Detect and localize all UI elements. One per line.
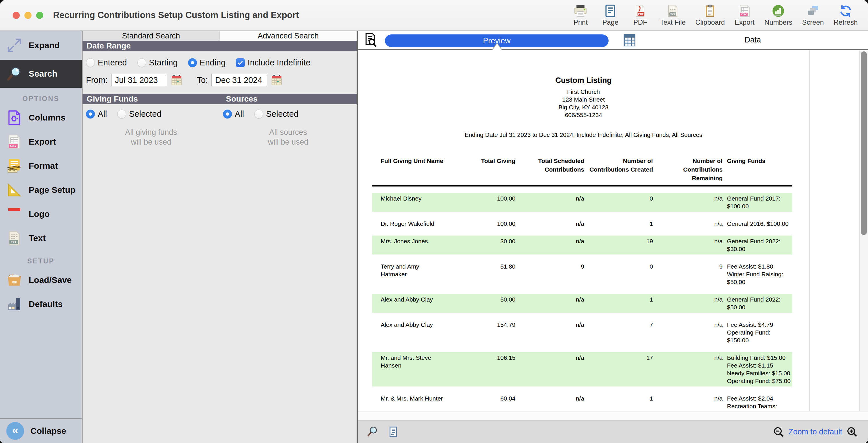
- window-title: Recurring Contributions Setup Custom Lis…: [53, 10, 299, 20]
- preview-scroll-area: Custom Listing First Church123 Main Stre…: [358, 50, 868, 411]
- sidebar-item-text[interactable]: TXTText: [0, 226, 82, 250]
- table-row: Michael Disney100.00n/a0n/aGeneral Fund …: [372, 193, 792, 212]
- sidebar-options-list: ColumnsCSVExportFormatPage SetupLogoTXTT…: [0, 106, 82, 250]
- report-table-rows: Michael Disney100.00n/a0n/aGeneral Fund …: [372, 193, 792, 411]
- radio-button-icon[interactable]: [223, 110, 232, 118]
- pdf-icon: PDF: [633, 4, 647, 18]
- calendar-icon[interactable]: [271, 74, 283, 86]
- sidebar-item-logo[interactable]: Logo: [0, 202, 82, 226]
- to-label: To:: [197, 76, 208, 85]
- close-window-icon[interactable]: [12, 12, 20, 19]
- scrollbar-thumb[interactable]: [861, 51, 867, 235]
- sidebar-item-expand[interactable]: Expand: [0, 31, 82, 60]
- sidebar: Expand Search OPTIONS ColumnsCSVExportFo…: [0, 31, 83, 443]
- toolbar-item-text-file[interactable]: TXTText File: [660, 4, 685, 26]
- svg-text:TXT: TXT: [671, 13, 675, 16]
- to-date-field[interactable]: Dec 31 2024: [211, 74, 267, 86]
- date-range-radio-starting[interactable]: Starting: [137, 58, 178, 67]
- sidebar-item-page-setup[interactable]: Page Setup: [0, 178, 82, 202]
- list-view-icon[interactable]: [387, 426, 399, 438]
- toolbar-item-refresh[interactable]: Refresh: [834, 4, 858, 26]
- toolbar-item-pdf[interactable]: PDFPDF: [630, 4, 650, 26]
- sources-note: All sourceswill be used: [220, 127, 356, 147]
- zoom-out-icon[interactable]: [773, 426, 784, 438]
- csv-export-icon: CSV: [6, 134, 22, 150]
- toolbar-item-clipboard[interactable]: Clipboard: [695, 4, 725, 26]
- radio-label: Selected: [129, 109, 161, 119]
- sidebar-item-defaults[interactable]: Defaults: [0, 292, 82, 316]
- sidebar-item-search[interactable]: Search: [0, 60, 82, 88]
- checkbox-icon[interactable]: [236, 58, 245, 67]
- toolbar-item-export[interactable]: CSVExport: [735, 4, 755, 26]
- zoom-in-icon[interactable]: [846, 426, 858, 438]
- sources-radio-all[interactable]: All: [223, 109, 244, 119]
- zoom-to-default-button[interactable]: Zoom to default: [788, 427, 842, 436]
- radio-button-icon[interactable]: [137, 58, 146, 67]
- sidebar-item-format[interactable]: Format: [0, 154, 82, 178]
- toolbar-item-label: Screen: [802, 18, 824, 26]
- radio-button-icon[interactable]: [117, 110, 126, 118]
- calendar-icon[interactable]: [170, 74, 183, 86]
- giving-funds-header: Giving Funds: [87, 94, 138, 104]
- tab-advanced-search[interactable]: Advanced Search: [220, 31, 357, 41]
- magnifier-tool-icon[interactable]: [367, 426, 379, 438]
- sidebar-item-label: Columns: [29, 113, 65, 122]
- radio-button-icon[interactable]: [86, 110, 95, 118]
- radio-button-icon[interactable]: [188, 58, 197, 67]
- sidebar-item-columns[interactable]: Columns: [0, 106, 82, 130]
- from-date-field[interactable]: Jul 31 2023: [111, 74, 167, 86]
- toolbar-item-label: Print: [574, 18, 588, 26]
- factory-icon: [6, 296, 22, 312]
- include-indefinite-checkbox[interactable]: Include Indefinite: [236, 58, 310, 67]
- toolbar-item-numbers[interactable]: Numbers: [765, 4, 792, 26]
- toolbar-item-page[interactable]: Page: [600, 4, 620, 26]
- report-org-address: First Church123 Main StreetBig City, KY …: [358, 88, 809, 119]
- giving-funds-radio-selected[interactable]: Selected: [117, 109, 161, 119]
- table-row: Mr. and Mrs. Steve Hansen106.15n/a17n/aB…: [372, 352, 792, 386]
- sources-radio-selected[interactable]: Selected: [254, 109, 299, 119]
- toolbar-item-label: Numbers: [765, 18, 792, 26]
- csv-export-icon: CSV: [738, 4, 752, 18]
- screen-icon: [806, 4, 820, 18]
- traffic-lights: [12, 12, 43, 19]
- minimize-window-icon[interactable]: [24, 12, 32, 19]
- expand-arrows-icon: [6, 37, 22, 53]
- zoom-controls: Zoom to default: [773, 426, 858, 438]
- date-range-radio-entered[interactable]: Entered: [86, 58, 127, 67]
- date-range-radio-group: EnteredStartingEnding: [86, 58, 232, 67]
- sidebar-item-label: Defaults: [29, 299, 62, 309]
- radio-label: All: [235, 109, 244, 119]
- report-table: Full Giving Unit NameTotal GivingTotal S…: [372, 157, 792, 411]
- sources-column: AllSelected All sourceswill be used: [220, 104, 356, 147]
- toolbar-item-screen[interactable]: Screen: [802, 4, 824, 26]
- toolbar-item-label: Export: [735, 18, 754, 26]
- giving-funds-column: AllSelected All giving fundswill be used: [83, 104, 220, 147]
- folder-icon: [6, 272, 22, 288]
- zoom-window-icon[interactable]: [36, 12, 43, 19]
- sidebar-item-collapse[interactable]: « Collapse: [0, 418, 82, 443]
- sidebar-item-load-save[interactable]: Load/Save: [0, 268, 82, 292]
- tab-data[interactable]: Data: [638, 31, 868, 49]
- format-icon: [6, 158, 22, 174]
- data-grid-icon[interactable]: [622, 32, 637, 48]
- report-title: Custom Listing: [358, 76, 809, 85]
- report-criteria: Ending Date Jul 31 2023 to Dec 31 2024; …: [358, 131, 809, 138]
- sidebar-item-label: Format: [29, 161, 58, 171]
- giving-funds-radio-all[interactable]: All: [86, 109, 107, 119]
- toolbar-item-print[interactable]: Print: [570, 4, 590, 26]
- sidebar-item-label: Search: [29, 69, 57, 79]
- sidebar-item-export[interactable]: CSVExport: [0, 130, 82, 154]
- sidebar-options-header: OPTIONS: [0, 95, 82, 103]
- tab-standard-search[interactable]: Standard Search: [83, 31, 220, 41]
- radio-button-icon[interactable]: [254, 110, 263, 118]
- app-window: Recurring Contributions Setup Custom Lis…: [0, 0, 868, 443]
- search-panel: Standard Search Advanced Search Date Ran…: [83, 31, 356, 443]
- toolbar-item-label: Text File: [660, 18, 685, 26]
- date-range-header: Date Range: [83, 41, 356, 51]
- svg-text:PDF: PDF: [639, 12, 644, 16]
- search-icon: [6, 66, 22, 82]
- search-tabs: Standard Search Advanced Search: [83, 31, 356, 41]
- date-range-radio-ending[interactable]: Ending: [188, 58, 226, 67]
- column-header-full-giving-unit-name: Full Giving Unit Name: [372, 157, 461, 182]
- radio-button-icon[interactable]: [86, 58, 95, 67]
